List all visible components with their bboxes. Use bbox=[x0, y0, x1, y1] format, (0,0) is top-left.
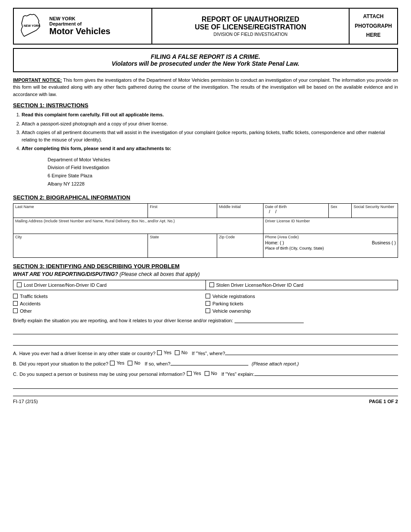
qa-b-suffix: (Please attach report.) bbox=[252, 361, 299, 366]
explain-field-inline[interactable] bbox=[234, 317, 304, 323]
traffic-checkbox[interactable] bbox=[13, 294, 18, 298]
business-phone: Business ( ) bbox=[372, 240, 396, 245]
blank-line-1 bbox=[13, 326, 398, 334]
logo-text: NEW YORK Department of Motor Vehicles bbox=[49, 16, 110, 36]
form-number: FI-17 (2/15) bbox=[13, 399, 38, 404]
qa-b-if-yes: If so, when? bbox=[144, 361, 170, 366]
warning-line2: Violators will be prosecuted under the N… bbox=[18, 60, 393, 67]
cell-city: City bbox=[13, 234, 148, 257]
report-title-line2: USE OF LICENSE/REGISTRATION bbox=[195, 23, 306, 31]
qa-a-no-label: No bbox=[181, 350, 187, 355]
qa-section: A. Have you ever had a driver license in… bbox=[13, 349, 398, 389]
cell-middle-initial: Middle Initial bbox=[217, 203, 263, 218]
agency-state: NEW YORK bbox=[49, 16, 110, 21]
qa-c-no-checkbox[interactable] bbox=[205, 371, 209, 376]
warning-line1: FILING A FALSE REPORT IS A CRIME. bbox=[18, 53, 393, 60]
header-container: NEW YORK NEW YORK Department of Motor Ve… bbox=[13, 8, 398, 45]
top-checkboxes-grid: Lost Driver License/Non-Driver ID Card S… bbox=[13, 280, 398, 290]
cell-zip: Zip Code bbox=[217, 234, 263, 257]
checkbox-traffic: Traffic tickets bbox=[13, 294, 206, 299]
cell-first: First bbox=[148, 203, 217, 218]
section3-title: SECTION 3: IDENTIFYING AND DESCRIBING YO… bbox=[13, 263, 398, 269]
qa-b-answer-field[interactable] bbox=[170, 359, 248, 365]
cell-phone: Phone (Area Code) Home: ( ) Business ( )… bbox=[263, 234, 398, 257]
photo-label2: PHOTOGRAPH bbox=[355, 22, 392, 31]
cell-mailing: Mailing Address (Include Street Number a… bbox=[13, 218, 263, 234]
parking-checkbox[interactable] bbox=[206, 301, 210, 306]
qa-b-no-checkbox[interactable] bbox=[128, 361, 132, 365]
qa-c-letter: C. bbox=[13, 372, 18, 377]
instruction-3: Attach copies of all pertinent documents… bbox=[22, 129, 398, 143]
qa-a-no-checkbox[interactable] bbox=[175, 350, 180, 355]
blank-lines bbox=[13, 326, 398, 346]
bio-row-3: City State Zip Code Phone (Area Code) Ho… bbox=[13, 234, 398, 257]
qa-c-yes-group: Yes bbox=[187, 371, 201, 376]
address-line3: 6 Empire State Plaza bbox=[48, 172, 398, 180]
qa-b-yes-checkbox[interactable] bbox=[110, 361, 115, 365]
address-line1: Department of Motor Vehicles bbox=[48, 156, 398, 164]
right-checkboxes: Vehicle registrations Parking tickets Ve… bbox=[206, 294, 398, 314]
address-line4: Albany NY 12228 bbox=[48, 180, 398, 188]
important-notice: IMPORTANT NOTICE: This form gives the in… bbox=[13, 77, 398, 98]
qa-b-no-group: No bbox=[128, 360, 140, 365]
stolen-checkbox[interactable] bbox=[209, 282, 214, 287]
checkbox-parking: Parking tickets bbox=[206, 301, 398, 306]
checkbox-lost: Lost Driver License/Non-Driver ID Card bbox=[13, 280, 206, 290]
qa-a-no-group: No bbox=[175, 350, 187, 355]
stolen-label: Stolen Driver License/Non-Driver ID Card bbox=[216, 282, 304, 288]
home-phone: Home: ( ) bbox=[265, 240, 284, 245]
qa-c-if-yes: If "Yes" explain: bbox=[222, 372, 254, 377]
lost-checkbox[interactable] bbox=[17, 282, 22, 287]
qa-row-c: C. Do you suspect a person or business m… bbox=[13, 370, 398, 377]
checkbox-stolen: Stolen Driver License/Non-Driver ID Card bbox=[206, 280, 398, 290]
qa-b-yes-label: Yes bbox=[116, 360, 124, 365]
instruction-1: Read this complaint form carefully. Fill… bbox=[22, 111, 398, 119]
qa-c-answer-field[interactable] bbox=[254, 370, 398, 376]
qa-c-yes-label: Yes bbox=[193, 371, 201, 376]
qa-a-if-yes: If "Yes", where? bbox=[192, 351, 225, 356]
instruction-2: Attach a passport-sized photograph and a… bbox=[22, 120, 398, 128]
accidents-checkbox[interactable] bbox=[13, 301, 18, 306]
agency-line2: Department of bbox=[49, 21, 110, 26]
address-line2: Division of Field Investigation bbox=[48, 163, 398, 172]
lost-label: Lost Driver License/Non-Driver ID Card bbox=[24, 282, 106, 288]
footer: FI-17 (2/15) PAGE 1 OF 2 bbox=[13, 396, 398, 404]
bio-table: Last Name First Middle Initial Date of B… bbox=[13, 203, 398, 258]
qa-b-letter: B. bbox=[13, 361, 17, 366]
vehicle-reg-checkbox[interactable] bbox=[206, 294, 210, 298]
qa-a-answer-field[interactable] bbox=[225, 349, 398, 355]
qa-a-yes-checkbox[interactable] bbox=[157, 350, 162, 355]
qa-b-no-label: No bbox=[134, 360, 140, 365]
qa-row-a: A. Have you ever had a driver license in… bbox=[13, 349, 398, 356]
warning-box: FILING A FALSE REPORT IS A CRIME. Violat… bbox=[13, 48, 398, 72]
svg-text:NEW YORK: NEW YORK bbox=[24, 24, 40, 27]
section1-title: SECTION 1: INSTRUCTIONS bbox=[13, 102, 398, 109]
qa-b-yes-group: Yes bbox=[110, 360, 124, 365]
qa-c-text: Do you suspect a person or business may … bbox=[19, 372, 185, 377]
blank-line-2 bbox=[13, 337, 398, 346]
report-title-line1: REPORT OF UNAUTHORIZED bbox=[195, 16, 306, 23]
page-number: PAGE 1 OF 2 bbox=[369, 399, 398, 404]
qa-c-yes-checkbox[interactable] bbox=[187, 371, 192, 376]
vehicle-ownership-checkbox[interactable] bbox=[206, 308, 210, 313]
qa-a-letter: A. bbox=[13, 351, 17, 356]
qa-c-no-label: No bbox=[211, 371, 217, 376]
cell-last-name: Last Name bbox=[13, 203, 148, 218]
checkbox-vehicle-reg: Vehicle registrations bbox=[206, 294, 398, 299]
instructions-list: Read this complaint form carefully. Fill… bbox=[22, 111, 398, 152]
other-checkbox[interactable] bbox=[13, 308, 18, 313]
cell-ssn: Social Security Number bbox=[352, 203, 398, 218]
place-of-birth: Place of Birth (City, County, State) bbox=[265, 246, 396, 250]
explain-label: Briefly explain the situation you are re… bbox=[13, 317, 398, 323]
qa-a-text: Have you ever had a driver license in an… bbox=[19, 351, 155, 356]
cell-dl: Driver License ID Number bbox=[263, 218, 398, 234]
photo-label3: HERE bbox=[366, 31, 380, 40]
qa-c-no-group: No bbox=[205, 371, 217, 376]
report-division: DIVISION OF FIELD INVESTIGATION bbox=[195, 32, 306, 37]
top-checkbox-row: Lost Driver License/Non-Driver ID Card S… bbox=[13, 280, 398, 290]
what-reporting: WHAT ARE YOU REPORTING/DISPUTING? (Pleas… bbox=[13, 271, 398, 277]
checkbox-accidents: Accidents bbox=[13, 301, 206, 306]
photo-label1: ATTACH bbox=[363, 12, 384, 22]
cell-sex: Sex bbox=[328, 203, 351, 218]
qa-b-text: Did you report your situation to the pol… bbox=[19, 361, 108, 366]
